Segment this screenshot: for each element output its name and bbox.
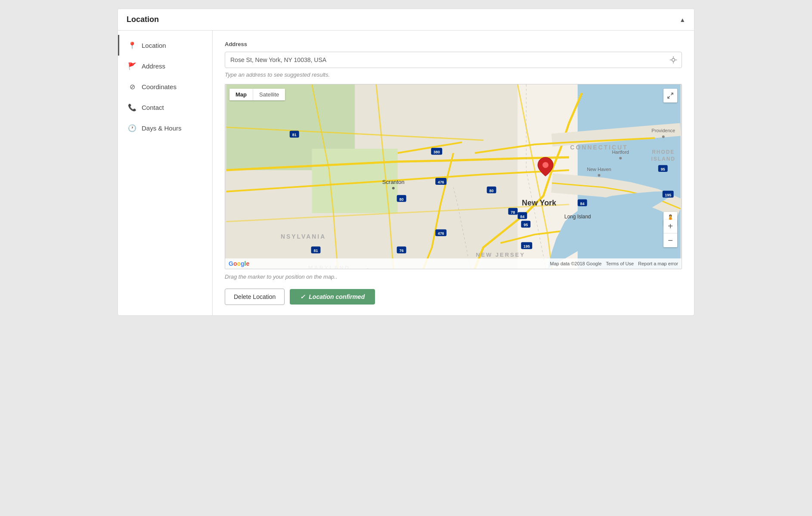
sidebar-item-contact[interactable]: 📞 Contact (118, 97, 212, 118)
svg-text:80: 80 (400, 197, 404, 202)
svg-line-70 (668, 96, 670, 98)
svg-text:195: 195 (665, 193, 671, 197)
svg-text:81: 81 (292, 133, 297, 137)
coordinates-icon: ⊘ (128, 82, 136, 91)
zoom-out-button[interactable]: − (663, 233, 677, 247)
address-hint: Type an address to see suggested results… (225, 71, 682, 78)
svg-text:76: 76 (400, 249, 404, 253)
map-expand-button[interactable] (663, 89, 677, 103)
svg-point-68 (542, 162, 549, 168)
drag-hint: Drag the marker to your position on the … (225, 274, 682, 280)
map-data-text: Map data ©2018 Google (550, 261, 601, 266)
map-footer: Google Map data ©2018 Google Terms of Us… (225, 258, 682, 269)
panel-title: Location (127, 15, 159, 24)
svg-text:195: 195 (524, 244, 530, 249)
location-panel: Location ▲ 📍 Location 🚩 Address ⊘ Coordi… (118, 9, 694, 316)
terms-of-use-link[interactable]: Terms of Use (606, 261, 634, 266)
contact-icon: 📞 (128, 103, 136, 112)
svg-text:84: 84 (520, 214, 524, 219)
svg-text:78: 78 (511, 210, 515, 214)
sidebar-item-location[interactable]: 📍 Location (118, 35, 212, 56)
svg-text:NSYLVANIA: NSYLVANIA (281, 233, 326, 240)
address-input[interactable] (225, 52, 682, 68)
map-tab-controls: Map Satellite (229, 89, 285, 100)
address-input-wrap (225, 52, 682, 68)
sidebar-item-address[interactable]: 🚩 Address (118, 56, 212, 76)
svg-point-57 (598, 174, 600, 177)
map-tab-satellite[interactable]: Satellite (253, 89, 285, 100)
map-zoom-controls: + − (663, 220, 677, 247)
map-tab-map[interactable]: Map (229, 89, 253, 100)
svg-text:476: 476 (438, 231, 444, 236)
svg-text:NEW JERSEY: NEW JERSEY (476, 252, 525, 258)
svg-text:476: 476 (438, 180, 444, 184)
action-row: Delete Location ✓ Location confirmed (225, 289, 682, 305)
svg-text:81: 81 (314, 249, 318, 253)
main-content: Address Type an address to see suggested… (213, 31, 694, 315)
location-icon: 📍 (128, 41, 136, 50)
panel-body: 📍 Location 🚩 Address ⊘ Coordinates 📞 Con… (118, 31, 694, 315)
crosshair-button[interactable] (669, 56, 678, 64)
report-map-error-link[interactable]: Report a map error (638, 261, 678, 266)
svg-line-69 (671, 93, 673, 95)
confirm-location-button[interactable]: ✓ Location confirmed (290, 289, 375, 305)
address-icon: 🚩 (128, 62, 136, 70)
svg-text:80: 80 (490, 189, 494, 193)
svg-point-59 (619, 157, 622, 159)
panel-header: Location ▲ (118, 9, 694, 31)
svg-point-0 (672, 59, 675, 62)
svg-text:84: 84 (580, 202, 585, 206)
sidebar: 📍 Location 🚩 Address ⊘ Coordinates 📞 Con… (118, 31, 213, 315)
svg-point-61 (662, 135, 665, 138)
svg-text:Providence: Providence (651, 128, 675, 133)
svg-text:95: 95 (524, 223, 528, 227)
sidebar-item-label: Contact (142, 104, 164, 111)
svg-point-41 (392, 187, 395, 190)
svg-text:Scranton: Scranton (382, 179, 405, 185)
collapse-icon[interactable]: ▲ (679, 16, 685, 23)
google-logo: Google (229, 260, 249, 267)
sidebar-item-label: Days & Hours (142, 124, 182, 132)
svg-text:New Haven: New Haven (587, 167, 611, 172)
svg-text:New York: New York (522, 199, 556, 207)
svg-text:ISLAND: ISLAND (651, 156, 676, 162)
sidebar-item-label: Address (142, 62, 165, 70)
svg-text:CONNECTICUT: CONNECTICUT (570, 144, 628, 151)
svg-text:RHODE: RHODE (652, 149, 675, 155)
check-icon: ✓ (300, 293, 305, 300)
confirm-label: Location confirmed (309, 293, 365, 300)
delete-location-button[interactable]: Delete Location (225, 289, 285, 305)
sidebar-item-label: Location (142, 42, 166, 49)
sidebar-item-coordinates[interactable]: ⊘ Coordinates (118, 76, 212, 97)
map-container: 81 81 84 84 80 80 78 (225, 84, 682, 269)
sidebar-item-days-hours[interactable]: 🕐 Days & Hours (118, 118, 212, 138)
address-section-label: Address (225, 41, 682, 47)
svg-text:Long Island: Long Island (564, 214, 591, 220)
map-svg: 81 81 84 84 80 80 78 (225, 84, 682, 269)
zoom-in-button[interactable]: + (663, 220, 677, 233)
sidebar-item-label: Coordinates (142, 83, 177, 90)
svg-text:95: 95 (661, 167, 665, 171)
days-hours-icon: 🕐 (128, 124, 136, 132)
svg-text:380: 380 (434, 150, 440, 154)
